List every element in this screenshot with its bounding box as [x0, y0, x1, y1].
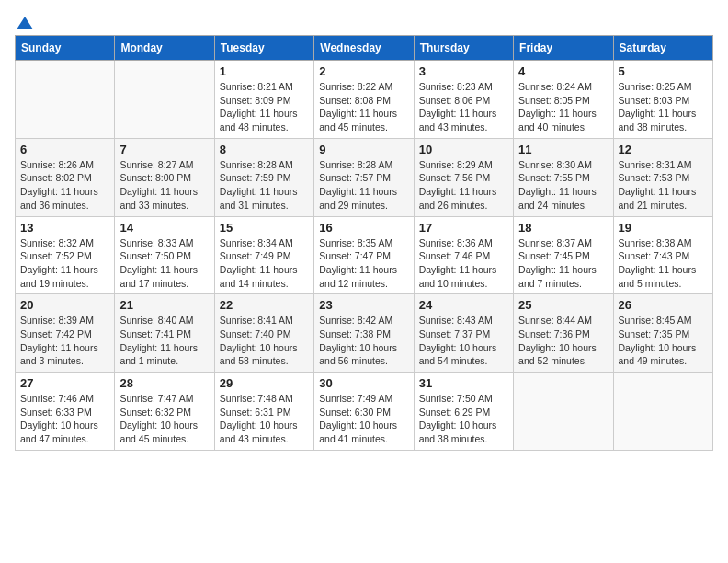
day-number: 11	[518, 143, 608, 156]
day-number: 14	[119, 221, 209, 235]
svg-marker-0	[17, 17, 33, 29]
logo-icon	[17, 15, 33, 31]
day-info: Sunrise: 8:35 AM Sunset: 7:47 PM Dayligh…	[319, 236, 408, 291]
calendar-cell: 19Sunrise: 8:38 AM Sunset: 7:43 PM Dayli…	[613, 216, 712, 294]
day-number: 23	[319, 298, 408, 312]
calendar-cell: 21Sunrise: 8:40 AM Sunset: 7:41 PM Dayli…	[115, 294, 214, 373]
day-info: Sunrise: 8:28 AM Sunset: 7:57 PM Dayligh…	[319, 158, 408, 213]
logo	[15, 15, 33, 28]
calendar-cell: 26Sunrise: 8:45 AM Sunset: 7:35 PM Dayli…	[613, 294, 712, 373]
weekday-header-monday: Monday	[115, 36, 214, 61]
day-number: 1	[220, 64, 309, 78]
day-info: Sunrise: 8:27 AM Sunset: 8:00 PM Dayligh…	[119, 158, 209, 213]
calendar-cell: 16Sunrise: 8:35 AM Sunset: 7:47 PM Dayli…	[314, 216, 414, 294]
calendar-cell: 22Sunrise: 8:41 AM Sunset: 7:40 PM Dayli…	[214, 294, 313, 373]
weekday-header-wednesday: Wednesday	[314, 36, 414, 61]
calendar-cell: 2Sunrise: 8:22 AM Sunset: 8:08 PM Daylig…	[314, 61, 414, 139]
calendar-cell: 23Sunrise: 8:42 AM Sunset: 7:38 PM Dayli…	[314, 294, 414, 373]
day-number: 18	[518, 221, 608, 235]
day-info: Sunrise: 8:32 AM Sunset: 7:52 PM Dayligh…	[20, 236, 109, 291]
day-number: 16	[319, 221, 408, 235]
weekday-header-thursday: Thursday	[414, 36, 513, 61]
day-number: 22	[220, 298, 309, 312]
calendar-cell	[514, 373, 613, 451]
day-info: Sunrise: 8:28 AM Sunset: 7:59 PM Dayligh…	[220, 158, 309, 213]
weekday-header-tuesday: Tuesday	[214, 36, 313, 61]
weekday-header-saturday: Saturday	[613, 36, 712, 61]
calendar-cell: 14Sunrise: 8:33 AM Sunset: 7:50 PM Dayli…	[115, 216, 214, 294]
calendar-cell: 3Sunrise: 8:23 AM Sunset: 8:06 PM Daylig…	[414, 61, 513, 139]
day-info: Sunrise: 7:47 AM Sunset: 6:32 PM Dayligh…	[119, 392, 209, 446]
day-number: 3	[419, 64, 508, 78]
day-info: Sunrise: 8:30 AM Sunset: 7:55 PM Dayligh…	[518, 158, 608, 213]
day-info: Sunrise: 8:22 AM Sunset: 8:08 PM Dayligh…	[319, 80, 408, 134]
day-number: 20	[20, 298, 109, 312]
day-number: 9	[319, 143, 408, 156]
calendar-cell: 4Sunrise: 8:24 AM Sunset: 8:05 PM Daylig…	[514, 61, 613, 139]
page-header	[15, 15, 713, 28]
day-info: Sunrise: 8:33 AM Sunset: 7:50 PM Dayligh…	[119, 236, 209, 291]
weekday-header-friday: Friday	[514, 36, 613, 61]
day-info: Sunrise: 8:43 AM Sunset: 7:37 PM Dayligh…	[419, 314, 508, 368]
day-info: Sunrise: 8:24 AM Sunset: 8:05 PM Dayligh…	[518, 80, 608, 134]
day-number: 30	[319, 376, 408, 390]
day-info: Sunrise: 8:34 AM Sunset: 7:49 PM Dayligh…	[220, 236, 309, 291]
day-info: Sunrise: 7:50 AM Sunset: 6:29 PM Dayligh…	[419, 392, 508, 446]
day-info: Sunrise: 8:39 AM Sunset: 7:42 PM Dayligh…	[20, 314, 109, 368]
calendar-cell: 25Sunrise: 8:44 AM Sunset: 7:36 PM Dayli…	[514, 294, 613, 373]
calendar-cell	[613, 373, 712, 451]
calendar-cell: 10Sunrise: 8:29 AM Sunset: 7:56 PM Dayli…	[414, 138, 513, 216]
weekday-header-sunday: Sunday	[16, 36, 115, 61]
calendar-cell: 1Sunrise: 8:21 AM Sunset: 8:09 PM Daylig…	[214, 61, 313, 139]
calendar-cell: 7Sunrise: 8:27 AM Sunset: 8:00 PM Daylig…	[115, 138, 214, 216]
calendar-cell: 5Sunrise: 8:25 AM Sunset: 8:03 PM Daylig…	[613, 61, 712, 139]
day-info: Sunrise: 8:31 AM Sunset: 7:53 PM Dayligh…	[619, 158, 708, 213]
day-number: 4	[518, 64, 608, 78]
day-number: 10	[419, 143, 508, 156]
day-info: Sunrise: 8:25 AM Sunset: 8:03 PM Dayligh…	[619, 80, 708, 134]
day-info: Sunrise: 7:48 AM Sunset: 6:31 PM Dayligh…	[220, 392, 309, 446]
calendar-cell: 24Sunrise: 8:43 AM Sunset: 7:37 PM Dayli…	[414, 294, 513, 373]
day-info: Sunrise: 8:41 AM Sunset: 7:40 PM Dayligh…	[220, 314, 309, 368]
day-number: 21	[119, 298, 209, 312]
day-info: Sunrise: 8:29 AM Sunset: 7:56 PM Dayligh…	[419, 158, 508, 213]
day-number: 19	[619, 221, 708, 235]
day-number: 6	[20, 143, 109, 156]
calendar-cell: 31Sunrise: 7:50 AM Sunset: 6:29 PM Dayli…	[414, 373, 513, 451]
calendar-cell: 29Sunrise: 7:48 AM Sunset: 6:31 PM Dayli…	[214, 373, 313, 451]
day-info: Sunrise: 8:38 AM Sunset: 7:43 PM Dayligh…	[619, 236, 708, 291]
calendar-cell	[16, 61, 115, 139]
day-info: Sunrise: 8:36 AM Sunset: 7:46 PM Dayligh…	[419, 236, 508, 291]
day-info: Sunrise: 8:21 AM Sunset: 8:09 PM Dayligh…	[220, 80, 309, 134]
calendar-cell: 9Sunrise: 8:28 AM Sunset: 7:57 PM Daylig…	[314, 138, 414, 216]
day-number: 5	[619, 64, 708, 78]
calendar-cell: 6Sunrise: 8:26 AM Sunset: 8:02 PM Daylig…	[16, 138, 115, 216]
day-info: Sunrise: 8:40 AM Sunset: 7:41 PM Dayligh…	[119, 314, 209, 368]
calendar-cell: 11Sunrise: 8:30 AM Sunset: 7:55 PM Dayli…	[514, 138, 613, 216]
day-info: Sunrise: 8:23 AM Sunset: 8:06 PM Dayligh…	[419, 80, 508, 134]
calendar-cell: 28Sunrise: 7:47 AM Sunset: 6:32 PM Dayli…	[115, 373, 214, 451]
day-number: 29	[220, 376, 309, 390]
day-info: Sunrise: 8:45 AM Sunset: 7:35 PM Dayligh…	[619, 314, 708, 368]
calendar-cell: 18Sunrise: 8:37 AM Sunset: 7:45 PM Dayli…	[514, 216, 613, 294]
calendar-cell: 13Sunrise: 8:32 AM Sunset: 7:52 PM Dayli…	[16, 216, 115, 294]
day-number: 2	[319, 64, 408, 78]
calendar-cell: 15Sunrise: 8:34 AM Sunset: 7:49 PM Dayli…	[214, 216, 313, 294]
calendar-cell: 8Sunrise: 8:28 AM Sunset: 7:59 PM Daylig…	[214, 138, 313, 216]
day-number: 25	[518, 298, 608, 312]
calendar-cell: 12Sunrise: 8:31 AM Sunset: 7:53 PM Dayli…	[613, 138, 712, 216]
day-info: Sunrise: 7:49 AM Sunset: 6:30 PM Dayligh…	[319, 392, 408, 446]
day-number: 27	[20, 376, 109, 390]
day-info: Sunrise: 7:46 AM Sunset: 6:33 PM Dayligh…	[20, 392, 109, 446]
day-number: 28	[119, 376, 209, 390]
day-number: 12	[619, 143, 708, 156]
day-number: 7	[119, 143, 209, 156]
day-info: Sunrise: 8:42 AM Sunset: 7:38 PM Dayligh…	[319, 314, 408, 368]
calendar-table: SundayMondayTuesdayWednesdayThursdayFrid…	[15, 35, 713, 451]
day-number: 31	[419, 376, 508, 390]
day-info: Sunrise: 8:44 AM Sunset: 7:36 PM Dayligh…	[518, 314, 608, 368]
calendar-cell: 27Sunrise: 7:46 AM Sunset: 6:33 PM Dayli…	[16, 373, 115, 451]
day-number: 8	[220, 143, 309, 156]
day-info: Sunrise: 8:26 AM Sunset: 8:02 PM Dayligh…	[20, 158, 109, 213]
day-number: 17	[419, 221, 508, 235]
